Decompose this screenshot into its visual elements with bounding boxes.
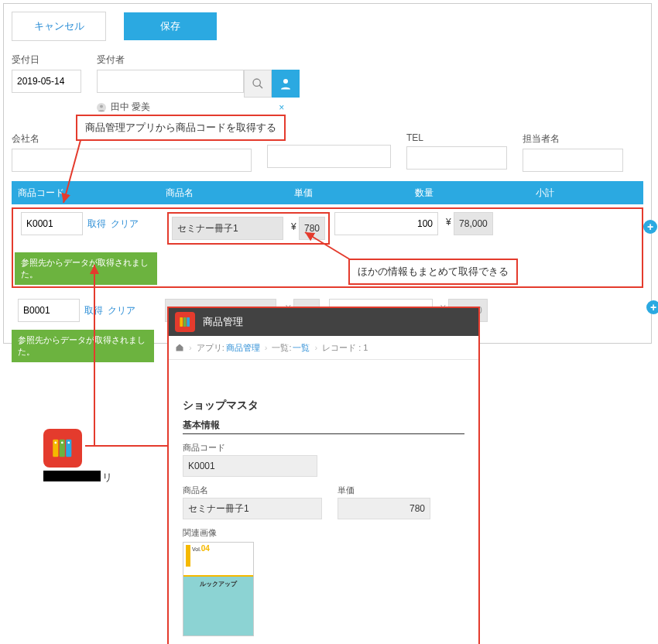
table-row-1-highlight: 取得 クリア セミナー冊子1 ¥ 780 ¥ 78,000 + − 参照先か (12, 207, 643, 288)
contact-label: 担当者名 (523, 132, 623, 146)
svg-rect-16 (187, 317, 190, 327)
table-row: 取得 クリア セミナー冊子1 ¥ 780 ¥ 78,000 + − (15, 212, 640, 245)
fetch-link-2[interactable]: 取得 (84, 304, 103, 317)
clear-link-2[interactable]: クリア (108, 304, 135, 317)
name-cell-1: セミナー冊子1 (172, 217, 283, 240)
price-cell-1: 780 (299, 217, 325, 240)
cancel-button[interactable]: キャンセル (12, 12, 106, 41)
thumb-caption: ルックアップ (200, 580, 237, 588)
extra-input-1[interactable] (267, 145, 391, 168)
main-form-panel: キャンセル 保存 受付日 受付者 田中 愛美 × (3, 3, 652, 344)
lookup-feedback-2: 参照先からデータが取得されました。 (12, 330, 154, 362)
section-label: 基本情報 (183, 419, 464, 434)
sub-app-icon (175, 312, 195, 332)
receiver-search-button[interactable] (244, 70, 272, 98)
code-input-1[interactable] (21, 212, 83, 235)
related-image-thumb[interactable]: Vol.04 ルックアップ (183, 542, 254, 636)
receiver-chip[interactable]: 田中 愛美 × (97, 101, 300, 114)
svg-rect-15 (183, 317, 187, 327)
sub-price-value: 780 (338, 498, 430, 519)
svg-point-4 (100, 104, 103, 108)
receiver-user-picker-button[interactable] (272, 70, 300, 98)
th-code: 商品コード (12, 187, 159, 200)
home-icon[interactable] (175, 343, 184, 352)
callout-get-from-app: 商品管理アプリから商品コードを取得する (76, 115, 286, 141)
bc-app-prefix: アプリ: (197, 342, 224, 354)
th-subtotal: 小計 (529, 187, 643, 200)
app-icon-large: リ (43, 429, 112, 485)
sub-code-label: 商品コード (183, 442, 464, 454)
company-input[interactable] (12, 149, 252, 172)
svg-rect-14 (180, 317, 183, 327)
svg-point-0 (253, 79, 260, 86)
fetch-link-1[interactable]: 取得 (87, 218, 106, 231)
row-add-button[interactable]: + (643, 220, 657, 234)
th-price: 単価 (288, 187, 409, 200)
clear-link-1[interactable]: クリア (111, 218, 139, 231)
receiver-chip-remove[interactable]: × (279, 102, 284, 113)
sub-image-label: 関連画像 (183, 527, 464, 539)
bc-record: レコード : 1 (322, 342, 368, 354)
th-name: 商品名 (159, 187, 288, 200)
contact-input[interactable] (523, 149, 623, 172)
sub-app-title: 商品管理 (203, 315, 243, 329)
breadcrumb: › アプリ: 商品管理 › 一覧: 一覧 › レコード : 1 (169, 336, 478, 360)
user-icon (279, 77, 293, 91)
tel-input[interactable] (406, 146, 507, 170)
sub-name-label: 商品名 (183, 485, 322, 496)
avatar-icon (97, 103, 106, 112)
master-title: ショップマスタ (183, 399, 464, 413)
lookup-feedback-1: 参照先からデータが取得されました。 (15, 252, 157, 285)
receiver-label: 受付者 (97, 53, 300, 67)
bc-list-prefix: 一覧: (272, 342, 291, 354)
receiver-chip-name: 田中 愛美 (111, 101, 150, 114)
save-button[interactable]: 保存 (124, 12, 217, 40)
tel-label: TEL (406, 132, 507, 143)
callout-get-others: ほかの情報もまとめて取得できる (348, 259, 518, 285)
binder-icon (50, 435, 76, 461)
svg-point-11 (54, 442, 57, 444)
yen-symbol: ¥ (446, 217, 451, 228)
bc-app-link[interactable]: 商品管理 (226, 342, 260, 354)
sub-app-header: 商品管理 (169, 308, 478, 336)
search-icon (252, 77, 264, 90)
yen-symbol: ¥ (291, 221, 296, 232)
svg-line-1 (259, 85, 262, 88)
subtotal-cell-1: 78,000 (454, 212, 493, 235)
svg-point-2 (283, 79, 288, 84)
sub-price-label: 単価 (338, 485, 430, 496)
table-header: 商品コード 商品名 単価 数量 小計 (12, 181, 643, 204)
th-qty: 数量 (409, 187, 529, 200)
app-caption-mask (43, 471, 101, 481)
sub-code-value: K0001 (183, 455, 317, 477)
svg-point-12 (61, 442, 63, 444)
qty-input-1[interactable] (334, 212, 438, 235)
sub-name-value: セミナー冊子1 (183, 498, 322, 519)
bc-list-link[interactable]: 一覧 (293, 342, 310, 354)
code-input-2[interactable] (18, 299, 80, 322)
app-caption-suffix: リ (102, 471, 112, 485)
receipt-date-label: 受付日 (12, 53, 81, 67)
receiver-input[interactable] (97, 70, 244, 93)
binder-icon (178, 315, 192, 329)
svg-point-13 (67, 442, 70, 444)
receipt-date-input[interactable] (12, 70, 81, 93)
sub-app-panel: 商品管理 › アプリ: 商品管理 › 一覧: 一覧 › レコード : 1 ショッ… (167, 307, 480, 644)
row-add-button[interactable]: + (646, 300, 658, 314)
